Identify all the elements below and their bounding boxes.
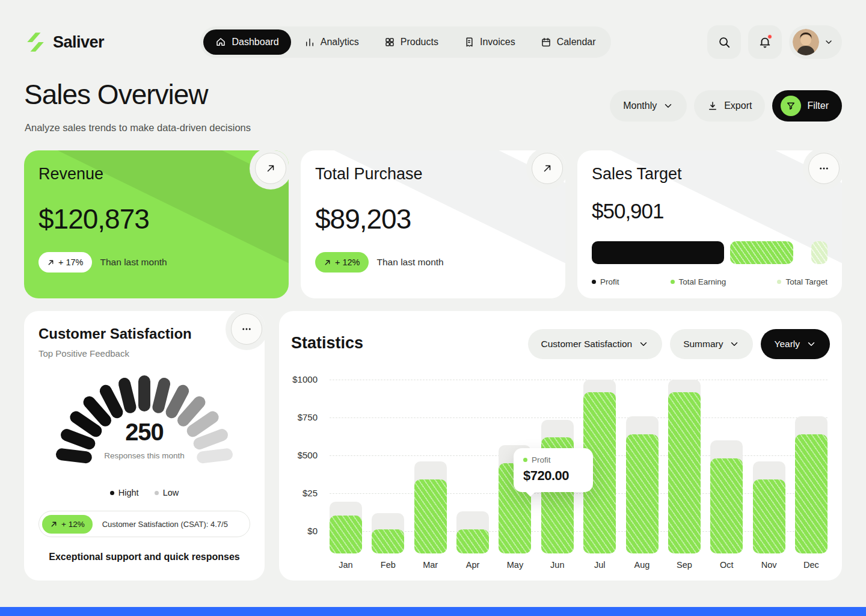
chevron-down-icon: [806, 339, 817, 350]
profit-bar: [456, 529, 489, 553]
satisfaction-footer: Exceptional support and quick responses: [24, 552, 265, 562]
brand-logo[interactable]: Saliver: [24, 31, 104, 54]
statistics-filters: Customer Satisfaction Summary Yearly: [528, 329, 830, 359]
x-axis-label: Apr: [456, 560, 489, 570]
gauge-segment: [124, 384, 131, 407]
page-subtitle: Analyze sales trends to make data-driven…: [25, 122, 251, 134]
bar-column-sep[interactable]: [668, 371, 701, 553]
csat-score-row: + 12% Customer Satisfaction (CSAT): 4.7/…: [38, 511, 250, 537]
progress-segment-profit: [592, 241, 724, 264]
chevron-down-icon: [638, 339, 649, 350]
nav-item-calendar[interactable]: Calendar: [529, 29, 608, 55]
bottom-strip: [0, 607, 866, 616]
legend-dot-profit: [592, 280, 596, 284]
tooltip-label: Profit: [532, 455, 551, 464]
bar-column-dec[interactable]: [795, 371, 828, 553]
revenue-change-badge: + 17%: [38, 252, 92, 273]
gauge-caption: Responses this month: [54, 451, 235, 460]
top-bar: Saliver Dashboard Analytics Products Inv…: [24, 25, 842, 59]
export-button[interactable]: Export: [694, 90, 765, 122]
avatar: [793, 29, 819, 55]
revenue-expand-button[interactable]: [255, 153, 286, 184]
products-icon: [384, 37, 395, 48]
saliver-logo-icon: [24, 31, 47, 54]
revenue-note: Than last month: [100, 257, 167, 268]
total-purchase-card: Total Purchase $89,203 + 12% Than last m…: [301, 150, 565, 298]
profit-bar: [795, 434, 828, 553]
bar-column-jan[interactable]: [330, 371, 362, 553]
nav-item-label: Analytics: [321, 37, 359, 48]
invoices-icon: [464, 37, 474, 48]
user-menu[interactable]: [789, 25, 842, 59]
revenue-value: $120,873: [38, 203, 274, 235]
gauge-segment: [172, 391, 183, 412]
analytics-icon: [304, 37, 315, 48]
chevron-down-icon: [824, 37, 834, 47]
brand-name: Saliver: [53, 33, 104, 52]
stats-period-dropdown[interactable]: Yearly: [761, 329, 830, 359]
x-axis-label: Feb: [372, 560, 404, 570]
notification-dot: [767, 34, 772, 39]
satisfaction-more-button[interactable]: [231, 313, 262, 345]
x-axis: JanFebMarAprMayJunJulAugSepOctNovDec: [330, 560, 828, 570]
revenue-card-title: Revenue: [38, 165, 274, 183]
home-icon: [215, 37, 226, 48]
y-axis-label: $0: [307, 526, 318, 536]
sales-target-card: Sales Target $50,901 Profit Total Earnin…: [577, 150, 842, 298]
main-nav: Dashboard Analytics Products Invoices Ca…: [200, 26, 610, 58]
arrow-up-right-icon: [50, 520, 58, 528]
bar-column-nov[interactable]: [753, 371, 785, 553]
bar-column-feb[interactable]: [372, 371, 404, 553]
purchase-card-title: Total Purchase: [315, 165, 551, 183]
progress-segment-earning: [730, 241, 794, 264]
bar-column-aug[interactable]: [626, 371, 659, 553]
search-button[interactable]: [707, 25, 741, 59]
x-axis-label: May: [499, 560, 531, 570]
bar-column-mar[interactable]: [414, 371, 447, 553]
bar-plot: Profit $720.00: [330, 371, 828, 553]
legend-dot-target: [777, 280, 781, 284]
nav-item-invoices[interactable]: Invoices: [452, 29, 527, 55]
y-axis-label: $750: [298, 412, 318, 422]
stats-view-dropdown[interactable]: Summary: [670, 329, 753, 359]
gauge-segment: [183, 402, 200, 420]
legend-dot-low: [155, 491, 159, 495]
satisfaction-legend: Hight Low: [24, 488, 265, 497]
gauge-segment: [89, 402, 105, 420]
nav-item-products[interactable]: Products: [372, 29, 450, 55]
csat-change-badge: + 12%: [42, 515, 93, 534]
customer-satisfaction-card: Customer Satisfaction Top Positive Feedb…: [24, 311, 265, 581]
nav-item-dashboard[interactable]: Dashboard: [203, 29, 290, 55]
download-icon: [707, 100, 718, 111]
target-more-button[interactable]: [808, 153, 840, 184]
stats-metric-dropdown[interactable]: Customer Satisfaction: [528, 329, 663, 359]
gauge-segment: [158, 384, 164, 407]
notifications-button[interactable]: [748, 25, 782, 59]
x-axis-label: Mar: [414, 560, 447, 570]
bar-column-apr[interactable]: [456, 371, 489, 553]
filter-icon: [781, 96, 801, 116]
nav-item-label: Calendar: [557, 37, 596, 48]
nav-item-label: Invoices: [480, 37, 515, 48]
purchase-note: Than last month: [377, 257, 444, 268]
ellipsis-icon: [241, 324, 252, 334]
profit-bar: [330, 516, 362, 553]
dashboard-page: Saliver Dashboard Analytics Products Inv…: [0, 0, 866, 616]
profit-bar: [710, 458, 743, 553]
period-dropdown[interactable]: Monthly: [610, 90, 687, 122]
x-axis-label: Jan: [330, 560, 362, 570]
bar-column-oct[interactable]: [710, 371, 743, 553]
nav-item-analytics[interactable]: Analytics: [292, 29, 371, 55]
filter-button[interactable]: Filter: [772, 90, 842, 122]
calendar-icon: [541, 37, 551, 48]
legend-label: Total Target: [785, 277, 828, 286]
x-axis-label: Sep: [668, 560, 701, 570]
y-axis: $1000 $750 $500 $25 $0: [284, 371, 324, 553]
legend-label: Total Earning: [679, 277, 726, 286]
legend-label: Profit: [600, 277, 619, 286]
y-axis-label: $1000: [292, 374, 318, 384]
x-axis-label: Nov: [753, 560, 785, 570]
legend-dot-earning: [671, 280, 675, 284]
profit-bar: [668, 392, 701, 553]
purchase-expand-button[interactable]: [532, 153, 563, 184]
